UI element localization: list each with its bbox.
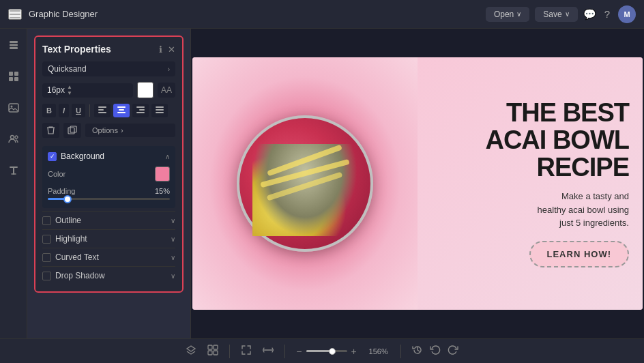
svg-rect-13	[98, 112, 106, 113]
main-content: Text Properties ℹ ✕ Quicksand › 16px ▲ ▼	[0, 29, 644, 338]
zoom-slider[interactable]	[306, 350, 347, 352]
align-right-button[interactable]	[132, 104, 149, 117]
font-name-label: Quicksand	[48, 64, 87, 74]
duplicate-button[interactable]	[63, 123, 81, 138]
font-selector[interactable]: Quicksand ›	[42, 61, 175, 76]
size-up-button[interactable]: ▲	[67, 85, 72, 90]
svg-rect-24	[70, 126, 76, 132]
undo-button[interactable]	[430, 345, 441, 358]
text-properties-panel: Text Properties ℹ ✕ Quicksand › 16px ▲ ▼	[27, 29, 191, 338]
svg-rect-3	[9, 72, 13, 76]
svg-rect-29	[214, 351, 218, 355]
svg-rect-27	[214, 345, 218, 349]
topbar-icon-group: 💬 ? M	[583, 5, 636, 23]
curved-text-checkbox[interactable]	[42, 253, 51, 262]
image-icon[interactable]	[4, 98, 23, 117]
chat-icon[interactable]: 💬	[583, 8, 596, 20]
text-area: THE BEST ACAI BOWL RECIPE Make a tasty a…	[418, 57, 643, 310]
users-icon[interactable]	[4, 130, 23, 149]
underline-button[interactable]: U	[72, 104, 85, 117]
help-icon[interactable]: ?	[604, 8, 610, 20]
format-row: B I U	[42, 104, 175, 117]
save-button[interactable]: Save ∨	[535, 7, 577, 22]
close-icon[interactable]: ✕	[168, 44, 175, 55]
svg-rect-5	[9, 77, 13, 81]
panel-header-icons: ℹ ✕	[159, 44, 175, 55]
options-chevron-icon: ›	[121, 126, 123, 134]
open-button[interactable]: Open ∨	[486, 7, 529, 22]
align-center-button[interactable]	[113, 104, 130, 117]
redo-button[interactable]	[448, 345, 458, 358]
padding-header: Padding 15%	[48, 187, 170, 195]
color-row: Color	[48, 166, 170, 182]
zoom-out-button[interactable]: −	[296, 346, 302, 357]
align-justify-button[interactable]	[151, 104, 168, 117]
background-color-swatch[interactable]	[155, 166, 170, 182]
sub-text: Make a tasty andhealthy acai bowl usingj…	[538, 190, 629, 230]
size-arrows: ▲ ▼	[67, 85, 72, 96]
font-size-input[interactable]: 16px	[46, 85, 65, 95]
outline-chevron-icon[interactable]: ∨	[171, 217, 175, 224]
size-down-button[interactable]: ▼	[67, 91, 72, 96]
curved-text-chevron-icon[interactable]: ∨	[171, 254, 175, 261]
panel-title: Text Properties	[42, 44, 111, 55]
background-section: ✓ Background ∧ Color Padding 15%	[42, 146, 175, 208]
avatar[interactable]: M	[618, 5, 636, 23]
zoom-slider-thumb[interactable]	[329, 348, 336, 355]
canvas-wrapper: THE BEST ACAI BOWL RECIPE Make a tasty a…	[192, 57, 643, 310]
menu-icon[interactable]	[8, 9, 22, 20]
main-heading: THE BEST ACAI BOWL RECIPE	[485, 100, 629, 182]
background-chevron-icon[interactable]: ∧	[165, 153, 170, 160]
svg-rect-16	[117, 112, 126, 113]
highlight-checkbox[interactable]	[42, 235, 51, 244]
svg-rect-11	[98, 106, 106, 108]
bold-button[interactable]: B	[42, 104, 56, 117]
highlight-chevron-icon[interactable]: ∨	[171, 235, 175, 243]
drop-shadow-checkbox[interactable]	[42, 272, 51, 280]
svg-point-10	[15, 136, 18, 139]
grid-icon[interactable]	[4, 67, 23, 86]
options-button[interactable]: Options ›	[85, 124, 175, 137]
zoom-slider-fill	[306, 350, 331, 352]
highlight-label: Highlight	[55, 234, 87, 244]
drop-shadow-chevron-icon[interactable]: ∨	[171, 272, 175, 280]
grid-bottom-icon[interactable]	[207, 345, 218, 358]
outline-section-left: Outline	[42, 216, 81, 225]
drop-shadow-section-left: Drop Shadow	[42, 271, 105, 280]
canvas-image: THE BEST ACAI BOWL RECIPE Make a tasty a…	[192, 57, 643, 310]
tools-row: Options ›	[42, 123, 175, 138]
italic-button[interactable]: I	[59, 104, 69, 117]
layers-bottom-icon[interactable]	[186, 345, 196, 358]
bottom-bar: − + 156%	[0, 338, 644, 363]
layers-icon[interactable]	[4, 35, 23, 55]
text-case-button[interactable]: AA	[158, 83, 175, 98]
padding-slider-thumb[interactable]	[63, 195, 72, 203]
info-icon[interactable]: ℹ	[159, 44, 162, 55]
text-icon[interactable]	[4, 161, 23, 180]
canvas-area[interactable]: THE BEST ACAI BOWL RECIPE Make a tasty a…	[191, 29, 644, 338]
svg-marker-25	[187, 346, 195, 351]
zoom-in-button[interactable]: +	[351, 346, 357, 357]
svg-rect-0	[10, 41, 18, 43]
text-color-swatch[interactable]	[137, 82, 153, 98]
resize-icon[interactable]	[263, 345, 274, 358]
svg-rect-19	[136, 112, 145, 113]
background-checkbox[interactable]: ✓	[48, 152, 57, 161]
cta-button[interactable]: LEARN HOW!	[529, 241, 630, 267]
history-icon[interactable]	[412, 345, 423, 358]
expand-icon[interactable]	[241, 345, 252, 358]
align-left-button[interactable]	[94, 104, 111, 117]
svg-rect-1	[10, 44, 18, 46]
svg-rect-28	[208, 351, 212, 355]
topbar: Graphic Designer Open ∨ Save ∨ 💬 ? M	[0, 0, 644, 29]
svg-rect-14	[117, 106, 126, 108]
background-section-header: ✓ Background ∧	[48, 151, 170, 161]
padding-value: 15%	[155, 187, 170, 195]
drop-shadow-section: Drop Shadow ∨	[42, 266, 175, 285]
delete-button[interactable]	[42, 123, 59, 138]
background-label: Background	[61, 151, 104, 161]
divider	[229, 345, 230, 358]
svg-rect-23	[68, 128, 74, 134]
padding-slider[interactable]	[48, 198, 170, 200]
outline-checkbox[interactable]	[42, 216, 51, 225]
